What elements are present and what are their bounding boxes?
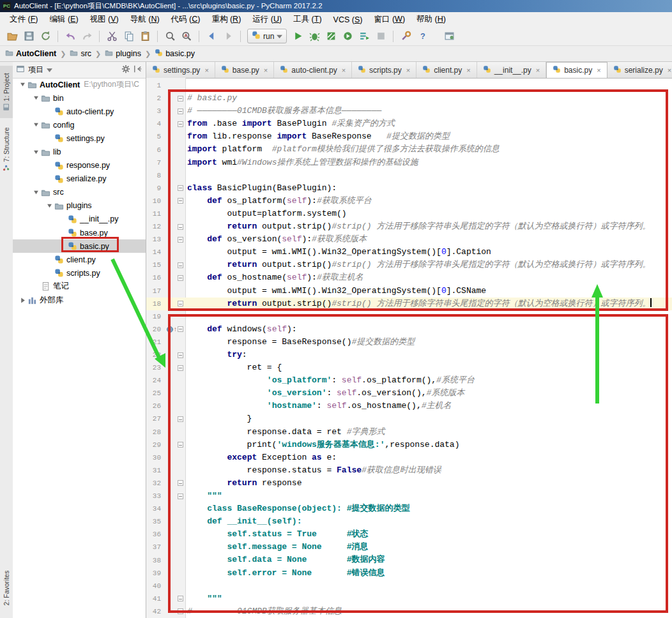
project-tree[interactable]: AutoClientE:\python项目\Cbinauto-client.py… (13, 78, 146, 618)
gutter-line-12[interactable]: 12 (146, 220, 185, 233)
chevron-collapsed-icon[interactable] (18, 298, 27, 303)
code-line-11[interactable]: output=platform.system() (187, 207, 672, 220)
close-tab-icon[interactable]: × (668, 66, 671, 74)
tool-window-button-7-Structure[interactable]: 7: Structure (0, 123, 13, 176)
editor-gutter[interactable]: 1234567891011121314151617181920↑21222324… (146, 79, 185, 618)
gutter-line-29[interactable]: 29 (146, 439, 185, 451)
tree-item-lib[interactable]: lib (13, 145, 146, 158)
code-line-25[interactable]: 'os_version': self.os_version(),#系统版本 (187, 387, 672, 400)
tool-window-button-2-Favorites[interactable]: 2: Favorites (0, 562, 13, 614)
code-line-18[interactable]: return output.strip()#strip() 方法用于移除字符串头… (187, 298, 672, 310)
code-line-3[interactable]: # ————————01CMDB获取服务器基本信息———————— (187, 105, 672, 117)
fold-end-icon[interactable] (178, 596, 183, 601)
collapse-all-icon[interactable] (134, 64, 142, 75)
code-line-23[interactable]: ret = { (187, 361, 672, 374)
tree-item-basic-py[interactable]: basic.py (13, 239, 146, 253)
code-lines[interactable]: # basic.py# ————————01CMDB获取服务器基本信息—————… (187, 79, 672, 618)
settings-icon[interactable] (398, 29, 413, 44)
code-line-36[interactable]: self.status = True #状态 (187, 528, 672, 541)
code-line-15[interactable]: return output.strip()#strip() 方法用于移除字符串头… (187, 259, 672, 271)
gutter-line-13[interactable]: 13 (146, 233, 185, 246)
code-line-13[interactable]: def os_version(self):#获取系统版本 (187, 233, 672, 246)
debug-icon[interactable] (307, 29, 322, 44)
gutter-line-2[interactable]: 2 (146, 92, 185, 105)
paste-icon[interactable] (137, 29, 153, 44)
menu-item-4[interactable]: 代码 (C) (165, 12, 206, 27)
coverage-icon[interactable] (323, 29, 339, 44)
editor-tab-settings-py[interactable]: settings.py× (146, 62, 215, 78)
gutter-line-33[interactable]: 33 (146, 490, 185, 502)
close-tab-icon[interactable]: × (342, 66, 346, 74)
gutter-line-36[interactable]: 36 (146, 528, 185, 541)
gutter-line-11[interactable]: 11 (146, 207, 185, 220)
gutter-line-32[interactable]: 32 (146, 477, 185, 490)
code-line-39[interactable]: self.error = None #错误信息 (187, 567, 672, 580)
redo-icon[interactable] (79, 29, 95, 44)
editor-tab-base-py[interactable]: base.py× (215, 62, 274, 78)
gutter-line-37[interactable]: 37 (146, 541, 185, 554)
gutter-line-28[interactable]: 28 (146, 426, 185, 439)
close-tab-icon[interactable]: × (204, 66, 208, 74)
fold-start-icon[interactable] (178, 326, 183, 332)
gutter-line-42[interactable]: 42 (146, 605, 185, 618)
close-tab-icon[interactable]: × (466, 66, 470, 74)
fold-start-icon[interactable] (178, 494, 183, 499)
code-line-20[interactable]: def windows(self): (187, 323, 672, 336)
code-line-12[interactable]: return output.strip()#strip() 方法用于移除字符串头… (187, 220, 672, 233)
breadcrumb-item-plugins[interactable]: plugins (103, 49, 142, 59)
gutter-line-34[interactable]: 34 (146, 502, 185, 515)
code-line-32[interactable]: return response (187, 477, 672, 490)
code-line-29[interactable]: print('windows服务器基本信息:',response.data) (187, 439, 672, 451)
fold-end-icon[interactable] (178, 608, 183, 614)
breadcrumb-item-AutoClient[interactable]: AutoClient (4, 49, 57, 59)
gutter-line-35[interactable]: 35 (146, 515, 185, 528)
fold-end-icon[interactable] (178, 442, 183, 448)
code-editor[interactable]: 1234567891011121314151617181920↑21222324… (146, 78, 672, 618)
tree-item-AutoClient[interactable]: AutoClientE:\python项目\C (13, 78, 146, 91)
gutter-line-38[interactable]: 38 (146, 554, 185, 566)
code-line-4[interactable]: from .base import BasePlugin #采集资产的方式 (187, 117, 672, 130)
chevron-expanded-icon[interactable] (31, 190, 40, 195)
code-line-16[interactable]: def os_hostname(self):#获取主机名 (187, 271, 672, 284)
run-icon[interactable] (290, 29, 305, 44)
tree-item-client-py[interactable]: client.py (13, 253, 146, 266)
gutter-line-6[interactable]: 6 (146, 143, 185, 156)
gutter-line-22[interactable]: 22 (146, 349, 185, 361)
gutter-line-20[interactable]: 20↑ (146, 323, 185, 336)
menu-item-5[interactable]: 重构 (R) (206, 12, 247, 27)
gutter-line-1[interactable]: 1 (146, 79, 185, 92)
editor-tab-scripts-py[interactable]: scripts.py× (352, 62, 416, 78)
window-icon[interactable] (441, 29, 457, 44)
fold-start-icon[interactable] (178, 121, 183, 127)
chevron-expanded-icon[interactable] (18, 82, 27, 87)
gutter-line-9[interactable]: 9 (146, 182, 185, 195)
tree-item--[interactable]: 外部库 (13, 294, 146, 307)
runlist-icon[interactable] (356, 29, 372, 44)
chevron-expanded-icon[interactable] (31, 149, 40, 155)
tree-item-__init__-py[interactable]: __init__.py (13, 213, 146, 226)
tree-item-auto-client-py[interactable]: auto-client.py (13, 105, 146, 118)
code-line-28[interactable]: response.data = ret #字典形式 (187, 426, 672, 439)
fold-end-icon[interactable] (178, 301, 183, 306)
code-line-27[interactable]: } (187, 412, 672, 425)
fold-start-icon[interactable] (178, 365, 183, 371)
stop-icon[interactable] (373, 29, 388, 44)
menu-item-1[interactable]: 编辑 (E) (43, 12, 84, 27)
save-icon[interactable] (21, 29, 36, 44)
code-line-42[interactable]: # ————————01CMDB获取服务器基本信息———————— (187, 605, 672, 618)
gutter-line-5[interactable]: 5 (146, 130, 185, 143)
profile-icon[interactable] (340, 29, 355, 44)
code-line-17[interactable]: output = wmi.WMI().Win32_OperatingSystem… (187, 285, 672, 298)
tree-item-serialize-py[interactable]: serialize.py (13, 172, 146, 186)
code-line-34[interactable]: class BaseResponse(object): #提交数据的类型 (187, 502, 672, 515)
tool-window-button-1-Project[interactable]: 1: Project (0, 66, 13, 118)
editor-tab-client-py[interactable]: client.py× (416, 62, 477, 78)
code-line-8[interactable] (187, 169, 672, 182)
breadcrumb-item-basic-py[interactable]: basic.py (153, 49, 196, 59)
method-marker-icon[interactable] (167, 326, 173, 333)
close-tab-icon[interactable]: × (406, 66, 410, 74)
chevron-expanded-icon[interactable] (31, 122, 40, 128)
code-line-41[interactable]: """ (187, 592, 672, 605)
code-line-31[interactable]: response.status = False#获取信息时出现错误 (187, 464, 672, 477)
replace-icon[interactable]: A (179, 29, 194, 44)
